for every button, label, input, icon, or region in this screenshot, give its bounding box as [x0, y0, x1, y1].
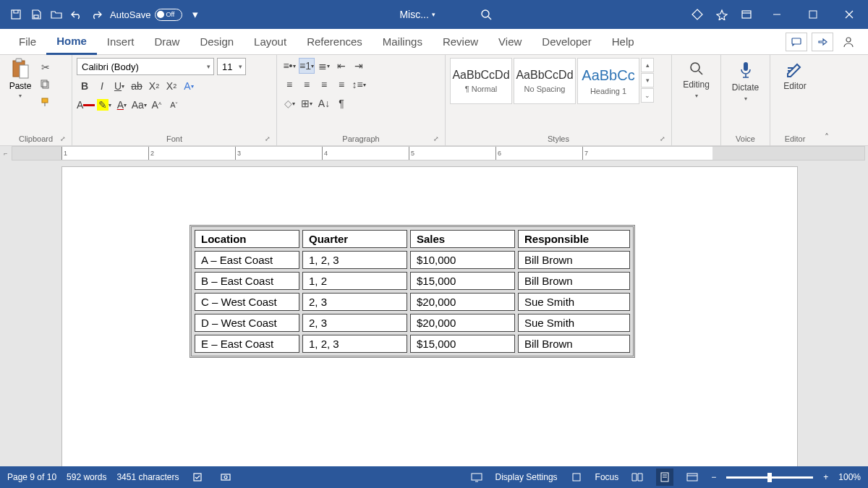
tab-home[interactable]: Home	[46, 29, 97, 55]
borders-button[interactable]: ⊞▾	[299, 95, 315, 111]
cell-responsible[interactable]: Bill Brown	[518, 335, 630, 353]
increase-indent-button[interactable]: ⇥	[351, 58, 367, 74]
save-icon[interactable]	[27, 6, 45, 23]
cell-location[interactable]: B – East Coast	[195, 272, 299, 290]
maximize-button[interactable]	[799, 0, 827, 29]
clipboard-launcher-icon[interactable]: ⤢	[60, 135, 66, 142]
bold-button[interactable]: B	[77, 78, 93, 94]
cell-quarter[interactable]: 1, 2	[302, 272, 407, 290]
text-effects-button[interactable]: A▾	[181, 78, 197, 94]
styles-launcher-icon[interactable]: ⤢	[660, 135, 665, 142]
subscript-button[interactable]: X2	[146, 78, 162, 94]
macro-icon[interactable]	[217, 468, 234, 486]
tab-insert[interactable]: Insert	[97, 29, 145, 55]
italic-button[interactable]: I	[94, 78, 110, 94]
cell-responsible[interactable]: Bill Brown	[518, 251, 630, 269]
display-settings-icon[interactable]	[468, 468, 485, 486]
align-center-button[interactable]: ≡	[299, 77, 315, 93]
diamond-icon[interactable]	[689, 6, 706, 23]
page[interactable]: Location Quarter Sales Responsible A – E…	[61, 166, 798, 466]
font-color2-button[interactable]: A▾	[114, 97, 129, 113]
comments-button[interactable]	[786, 33, 807, 51]
document-area[interactable]: Location Quarter Sales Responsible A – E…	[0, 160, 868, 466]
autosave-toggle[interactable]: AutoSave Off	[110, 9, 182, 21]
cell-sales[interactable]: $15,000	[410, 335, 515, 353]
align-left-button[interactable]: ≡	[281, 77, 297, 93]
close-button[interactable]	[835, 0, 864, 29]
styles-scroll[interactable]: ▴▾⌄	[641, 58, 654, 103]
share-button[interactable]	[812, 33, 833, 51]
status-words[interactable]: 592 words	[67, 472, 106, 482]
cell-sales[interactable]: $20,000	[410, 293, 515, 311]
tab-view[interactable]: View	[488, 29, 532, 55]
web-layout-icon[interactable]	[684, 468, 701, 486]
tab-review[interactable]: Review	[433, 29, 488, 55]
tab-developer[interactable]: Developer	[532, 29, 601, 55]
shading-button[interactable]: ◇▾	[281, 95, 297, 111]
header-quarter[interactable]: Quarter	[302, 230, 407, 248]
tab-draw[interactable]: Draw	[144, 29, 190, 55]
font-size-combo[interactable]: 11▾	[217, 58, 246, 75]
justify-button[interactable]: ≡	[333, 77, 349, 93]
cell-responsible[interactable]: Sue Smith	[518, 293, 630, 311]
status-display[interactable]: Display Settings	[495, 472, 558, 482]
zoom-out-button[interactable]: −	[711, 472, 716, 482]
style-nospacing[interactable]: AaBbCcDdNo Spacing	[514, 58, 576, 104]
header-responsible[interactable]: Responsible	[518, 230, 630, 248]
cell-sales[interactable]: $20,000	[410, 314, 515, 332]
header-location[interactable]: Location	[195, 230, 299, 248]
status-chars[interactable]: 3451 characters	[116, 472, 179, 482]
tab-file[interactable]: File	[9, 29, 46, 55]
cell-quarter[interactable]: 1, 2, 3	[302, 335, 407, 353]
tab-design[interactable]: Design	[190, 29, 244, 55]
autosave-switch[interactable]: Off	[155, 9, 182, 21]
highlight-button[interactable]: ✎▾	[96, 97, 112, 113]
undo-icon[interactable]	[68, 6, 85, 23]
sort-button[interactable]: A↓	[316, 95, 332, 111]
line-spacing-button[interactable]: ↕≡▾	[351, 77, 367, 93]
style-normal[interactable]: AaBbCcDd¶ Normal	[450, 58, 512, 104]
cell-location[interactable]: A – East Coast	[195, 251, 299, 269]
style-heading1[interactable]: AaBbCcHeading 1	[577, 58, 639, 104]
cell-responsible[interactable]: Sue Smith	[518, 314, 630, 332]
coming-soon-icon[interactable]	[713, 6, 731, 23]
read-mode-icon[interactable]	[629, 468, 646, 486]
status-page[interactable]: Page 9 of 10	[7, 472, 56, 482]
dictate-button[interactable]: Dictate ▾	[726, 58, 765, 105]
copy-icon[interactable]	[39, 78, 52, 91]
horizontal-ruler[interactable]: 1 2 3 4 5 6 7	[12, 146, 865, 160]
font-name-combo[interactable]: Calibri (Body)▾	[77, 58, 214, 75]
account-icon[interactable]	[838, 33, 859, 51]
paragraph-launcher-icon[interactable]: ⤢	[433, 135, 439, 142]
minimize-button[interactable]	[762, 0, 791, 29]
strikethrough-button[interactable]: ab	[129, 78, 145, 94]
superscript-button[interactable]: X2	[163, 78, 179, 94]
cell-sales[interactable]: $15,000	[410, 272, 515, 290]
header-sales[interactable]: Sales	[410, 230, 515, 248]
qat-autosave-icon[interactable]	[7, 6, 25, 23]
cell-quarter[interactable]: 1, 2, 3	[302, 251, 407, 269]
zoom-in-button[interactable]: +	[823, 472, 828, 482]
tab-mailings[interactable]: Mailings	[373, 29, 433, 55]
collapse-ribbon-button[interactable]: ˄	[820, 55, 834, 145]
format-painter-icon[interactable]	[39, 95, 52, 108]
underline-button[interactable]: U▾	[111, 78, 127, 94]
ribbon-display-icon[interactable]	[738, 6, 755, 23]
document-title[interactable]: Misc... ▾	[399, 9, 435, 20]
cell-quarter[interactable]: 2, 3	[302, 293, 407, 311]
redo-icon[interactable]	[88, 6, 106, 23]
decrease-indent-button[interactable]: ⇤	[333, 58, 349, 74]
zoom-level[interactable]: 100%	[838, 472, 861, 482]
tab-references[interactable]: References	[297, 29, 373, 55]
cell-sales[interactable]: $10,000	[410, 251, 515, 269]
cut-icon[interactable]: ✂	[39, 61, 52, 74]
tab-help[interactable]: Help	[602, 29, 644, 55]
qat-customize-icon[interactable]: ▾	[187, 6, 204, 23]
cell-quarter[interactable]: 2, 3	[302, 314, 407, 332]
zoom-slider[interactable]	[726, 476, 813, 479]
open-icon[interactable]	[48, 6, 65, 23]
font-color-button[interactable]: A	[77, 97, 95, 113]
focus-icon[interactable]	[568, 468, 585, 486]
search-icon[interactable]	[479, 7, 493, 22]
cell-location[interactable]: D – West Coast	[195, 314, 299, 332]
